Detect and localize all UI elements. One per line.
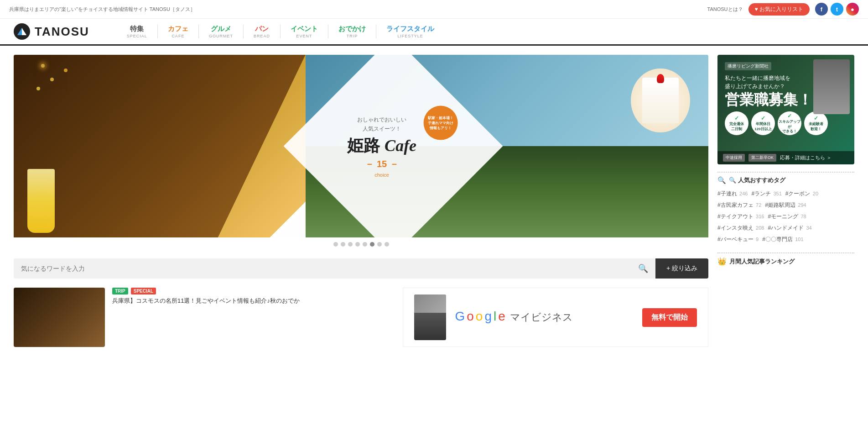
filter-button[interactable]: + 絞り込み bbox=[655, 258, 708, 279]
nav-trip-label-ja: おでかけ bbox=[338, 25, 366, 33]
article-card-image[interactable] bbox=[14, 288, 105, 347]
about-link[interactable]: TANOSUとは？ bbox=[707, 6, 743, 13]
nav-cafe-label-en: CAFE bbox=[172, 34, 184, 38]
nav-cafe-label-ja: カフェ bbox=[168, 25, 188, 33]
sidebar-ad-detail-link[interactable]: 応募・詳細はこちら ＞ bbox=[780, 154, 832, 161]
hero-lights bbox=[41, 64, 45, 68]
facebook-icon[interactable]: f bbox=[815, 3, 828, 16]
content-area: おしゃれでおいしい人気スイーツ！ 姫路 Cafe － 15 － choice 駅… bbox=[14, 55, 708, 347]
top-bar-right: TANOSUとは？ ♥ お気に入りリスト f t ● bbox=[707, 3, 859, 16]
tag-item[interactable]: #古民家カフェ 72 bbox=[717, 201, 761, 209]
sidebar-ad-footer[interactable]: 中途採用 第二新卒OK 応募・詳細はこちら ＞ bbox=[717, 151, 854, 164]
article-tags: TRIP SPECIAL bbox=[112, 288, 395, 295]
top-bar: 兵庫県はりまエリアの"楽しい"をチョイスする地域情報サイト TANOSU［タノス… bbox=[0, 0, 868, 19]
nav-tokushu-label-ja: 特集 bbox=[130, 25, 144, 33]
tags-section-title: 🔍 🔍 人気おすすめタグ bbox=[717, 176, 854, 184]
hero-dessert-img bbox=[631, 68, 690, 132]
search-input-wrapper: 🔍 bbox=[14, 258, 655, 279]
nav-trip[interactable]: おでかけ TRIP bbox=[328, 25, 376, 38]
search-input[interactable] bbox=[21, 258, 638, 279]
instagram-icon[interactable]: ● bbox=[846, 3, 859, 16]
tag-item[interactable]: #ハンドメイド 34 bbox=[768, 224, 811, 232]
ad-circle-4: ✓未経験者歓迎！ bbox=[804, 111, 828, 135]
tag-trip: TRIP bbox=[112, 288, 128, 295]
google-ad-person-img bbox=[414, 295, 446, 340]
google-service-name: マイビジネス bbox=[510, 310, 573, 324]
footer-badge-1: 中途採用 bbox=[723, 154, 745, 162]
bottom-content-area: TRIP SPECIAL 兵庫県】コスモスの名所11選！見ごやイベント情報も紹介… bbox=[14, 288, 708, 347]
tags-section: 🔍 🔍 人気おすすめタグ #子連れ 246#ランチ 351#クーポン 20#古民… bbox=[717, 176, 854, 243]
hero-main-title: 姫路 Cafe bbox=[347, 134, 416, 157]
sidebar-ad-person bbox=[813, 59, 850, 114]
dot-5[interactable] bbox=[363, 242, 367, 247]
dot-4[interactable] bbox=[355, 242, 360, 247]
hero-drink-img bbox=[27, 169, 55, 233]
tag-item[interactable]: #〇〇専門店 101 bbox=[762, 236, 803, 243]
search-icon-label: 🔍 bbox=[717, 176, 726, 184]
hero-choice-label: choice bbox=[347, 172, 416, 177]
social-icons: f t ● bbox=[815, 3, 859, 16]
dot-3[interactable] bbox=[348, 242, 353, 247]
tag-item[interactable]: #子連れ 246 bbox=[717, 190, 748, 198]
main-container: おしゃれでおいしい人気スイーツ！ 姫路 Cafe － 15 － choice 駅… bbox=[0, 46, 868, 356]
nav-tokushu[interactable]: 特集 SPECIAL bbox=[117, 25, 158, 38]
google-ad-content: G o o g l e マイビジネス bbox=[455, 309, 634, 326]
site-tagline: 兵庫県はりまエリアの"楽しい"をチョイスする地域情報サイト TANOSU［タノス… bbox=[9, 6, 195, 13]
google-letter-o2: o bbox=[476, 309, 483, 324]
hero-choice-number: － 15 － bbox=[347, 158, 416, 170]
dot-2[interactable] bbox=[341, 242, 345, 247]
nav-bread-label-ja: パン bbox=[255, 25, 269, 33]
tag-item[interactable]: #ランチ 351 bbox=[751, 190, 781, 198]
google-cta-button[interactable]: 無料で開始 bbox=[642, 308, 697, 327]
sidebar: 播磨リビング新聞社 私たちと一緒に播磨地域を 盛り上げてみませんか？ 営業職募集… bbox=[717, 55, 854, 347]
slider-dots bbox=[14, 237, 708, 251]
tag-item[interactable]: #インスタ映え 208 bbox=[717, 224, 764, 232]
article-card-bg bbox=[14, 288, 105, 347]
footer-badge-2: 第二新卒OK bbox=[748, 154, 776, 162]
dot-8[interactable] bbox=[385, 242, 389, 247]
sidebar-ad[interactable]: 播磨リビング新聞社 私たちと一緒に播磨地域を 盛り上げてみませんか？ 営業職募集… bbox=[717, 55, 854, 164]
logo-area[interactable]: TANOSU bbox=[14, 23, 89, 40]
nav-cafe[interactable]: カフェ CAFE bbox=[158, 25, 199, 38]
google-letter-l: l bbox=[494, 309, 496, 324]
dot-6[interactable] bbox=[370, 242, 374, 247]
tags-container: #子連れ 246#ランチ 351#クーポン 20#古民家カフェ 72#姫路駅周辺… bbox=[717, 190, 854, 243]
google-letter-o1: o bbox=[467, 309, 474, 324]
sidebar-ad-source: 播磨リビング新聞社 bbox=[725, 62, 771, 70]
ranking-section: 👑 月間人気記事ランキング bbox=[717, 257, 854, 266]
hero-slider[interactable]: おしゃれでおいしい人気スイーツ！ 姫路 Cafe － 15 － choice 駅… bbox=[14, 55, 708, 251]
google-ad[interactable]: G o o g l e マイビジネス 無料で開始 bbox=[403, 288, 709, 347]
nav-event-label-ja: イベント bbox=[291, 25, 318, 33]
hero-sub-text: おしゃれでおいしい人気スイーツ！ bbox=[347, 115, 416, 134]
nav-lifestyle[interactable]: ライフスタイル LIFESTYLE bbox=[376, 25, 444, 38]
hero-text-overlay: おしゃれでおいしい人気スイーツ！ 姫路 Cafe － 15 － choice 駅… bbox=[347, 115, 416, 178]
dot-7[interactable] bbox=[377, 242, 382, 247]
tag-item[interactable]: #姫路駅周辺 294 bbox=[765, 201, 806, 209]
dot-1[interactable] bbox=[333, 242, 338, 247]
tag-item[interactable]: #バーベキュー 9 bbox=[717, 236, 759, 243]
tag-item[interactable]: #モーニング 78 bbox=[768, 213, 806, 221]
nav-event[interactable]: イベント EVENT bbox=[281, 25, 328, 38]
tag-item[interactable]: #クーポン 20 bbox=[785, 190, 818, 198]
nav-gourmet[interactable]: グルメ GOURMET bbox=[199, 25, 244, 38]
nav-tokushu-label-en: SPECIAL bbox=[127, 34, 147, 38]
twitter-icon[interactable]: t bbox=[831, 3, 843, 16]
tag-item[interactable]: #テイクアウト 316 bbox=[717, 213, 764, 221]
nav-bread-label-en: BREAD bbox=[254, 34, 270, 38]
tag-special: SPECIAL bbox=[131, 288, 156, 295]
logo-text: TANOSU bbox=[35, 25, 89, 39]
ad-circle-1: ✓完全週休二日制 bbox=[725, 111, 748, 135]
hero-bg-cafe bbox=[14, 55, 306, 237]
google-logo-area: G o o g l e マイビジネス bbox=[455, 309, 634, 324]
nav-bread[interactable]: パン BREAD bbox=[244, 25, 281, 38]
ad-circle-3: ✓スキルアップができる！ bbox=[778, 111, 801, 135]
google-letter-g2: g bbox=[484, 309, 492, 324]
google-letter-e: e bbox=[498, 309, 505, 324]
article-text-area: TRIP SPECIAL 兵庫県】コスモスの名所11選！見ごやイベント情報も紹介… bbox=[105, 288, 403, 347]
favorite-list-button[interactable]: ♥ お気に入りリスト bbox=[748, 3, 810, 16]
ad-circle-2: ✓年間休日120日以上 bbox=[751, 111, 775, 135]
ranking-section-title: 👑 月間人気記事ランキング bbox=[717, 257, 854, 266]
hero-image: おしゃれでおいしい人気スイーツ！ 姫路 Cafe － 15 － choice 駅… bbox=[14, 55, 708, 237]
nav-trip-label-en: TRIP bbox=[347, 34, 358, 38]
search-icon-button[interactable]: 🔍 bbox=[638, 263, 648, 273]
